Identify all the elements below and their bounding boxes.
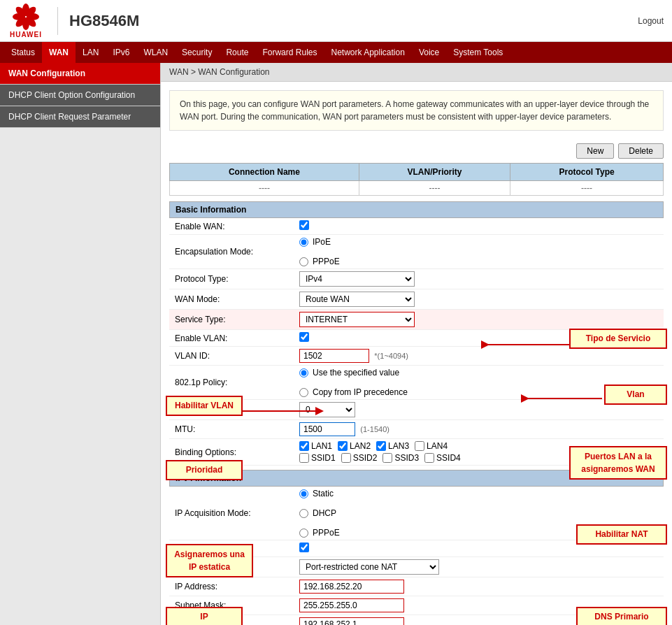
label-mtu: MTU: [169, 420, 295, 439]
form-row-8021p-policy: 802.1p Policy: Use the specified value C… [169, 366, 664, 400]
annotation-asignar-ip: Asignaremos unaIP estatica [166, 544, 253, 577]
checkbox-ssid1[interactable] [299, 453, 309, 463]
annotation-tipo-servicio: Tipo de Servicio [569, 329, 667, 349]
select-wan-mode[interactable]: Route WAN Bridge WAN [299, 292, 415, 307]
input-subnet-mask[interactable] [299, 598, 404, 612]
annotation-habilitar-nat: Habilitar NAT [576, 524, 667, 545]
nav-voice[interactable]: Voice [412, 42, 446, 63]
col-connection-name: Connection Name [170, 164, 359, 181]
delete-button[interactable]: Delete [618, 143, 664, 159]
checkbox-ssid3[interactable] [383, 453, 392, 463]
annotation-dns-primario: DNS Primario [576, 607, 667, 625]
table-row: ---- ---- ---- [170, 181, 664, 196]
form-row-vlan-id: VLAN ID: *(1~4094) [169, 347, 664, 366]
col-protocol-type: Protocol Type [510, 164, 664, 181]
checkbox-lan2[interactable] [338, 441, 348, 451]
logo-text: HUAWEI [10, 31, 42, 38]
info-box: On this page, you can configure WAN port… [169, 90, 664, 131]
checkbox-ssid2[interactable] [341, 453, 351, 463]
label-encapsulation: Encapsulation Mode: [169, 235, 295, 269]
annotation-habilitar-vlan: Habilitar VLAN [166, 396, 243, 416]
wan-table: Connection Name VLAN/Priority Protocol T… [169, 163, 664, 196]
label-wan-mode: WAN Mode: [169, 289, 295, 310]
form-row-protocol-type: Protocol Type: IPv4 IPv6 IPv4/IPv6 [169, 269, 664, 289]
label-ip-acquisition: IP Acquisition Mode: [169, 487, 295, 540]
input-vlan-id[interactable] [299, 349, 369, 363]
new-button[interactable]: New [576, 143, 614, 159]
annotation-vlan: Vlan [604, 385, 667, 405]
label-vlan-id: VLAN ID: [169, 347, 295, 366]
nav-network-app[interactable]: Network Application [324, 42, 411, 63]
binding-lan3-label: LAN3 [376, 441, 409, 451]
label-8021p-policy: 802.1p Policy: [169, 366, 295, 400]
select-8021p[interactable]: 0123 4567 [299, 402, 355, 417]
select-protocol-type[interactable]: IPv4 IPv6 IPv4/IPv6 [299, 271, 415, 287]
nav-lan[interactable]: LAN [76, 42, 106, 63]
form-row-service-type: Service Type: INTERNET TR069 VOIP OTHER [169, 310, 664, 330]
checkbox-enable-wan[interactable] [299, 220, 309, 230]
label-protocol-type: Protocol Type: [169, 269, 295, 289]
nav-forward-rules[interactable]: Forward Rules [255, 42, 324, 63]
radio-pppoe[interactable] [299, 257, 308, 266]
checkbox-lan3[interactable] [376, 441, 386, 451]
checkbox-lan1[interactable] [299, 441, 309, 451]
radio-static-label: Static [299, 489, 659, 498]
radio-specified-label: Use the specified value [299, 368, 659, 378]
checkbox-enable-nat[interactable] [299, 543, 309, 552]
main-nav: Status WAN LAN IPv6 WLAN Security Route … [0, 42, 672, 63]
breadcrumb: WAN > WAN Configuration [161, 63, 672, 82]
binding-lan4-label: LAN4 [415, 441, 448, 451]
annotation-puertos-lan: Puertos LAN a laasignaremos WAN [569, 446, 667, 480]
nav-wlan[interactable]: WLAN [136, 42, 175, 63]
annotation-ip: IP [166, 607, 243, 625]
logout-button[interactable]: Logout [638, 16, 664, 26]
basic-info-header: Basic Information [169, 201, 664, 218]
checkbox-ssid4[interactable] [424, 453, 434, 463]
binding-ssid2-label: SSID2 [341, 453, 378, 463]
sidebar: WAN Configuration DHCP Client Option Con… [0, 63, 161, 625]
binding-ssid3-label: SSID3 [383, 453, 419, 463]
input-mtu[interactable] [299, 422, 355, 436]
radio-pppoe-label: PPPoE [299, 257, 659, 266]
radio-dhcp[interactable] [299, 509, 308, 518]
label-ip-address: IP Address: [169, 577, 295, 596]
nav-route[interactable]: Route [219, 42, 255, 63]
radio-copy-ip[interactable] [299, 388, 308, 397]
binding-ssid1-label: SSID1 [299, 453, 336, 463]
sidebar-item-wan-config[interactable]: WAN Configuration [0, 63, 160, 85]
nav-status[interactable]: Status [4, 42, 42, 63]
radio-ipoe-label: IPoE [299, 237, 659, 247]
select-nat-type[interactable]: Port-restricted cone NAT Full cone NAT R… [299, 559, 439, 575]
binding-lan2-label: LAN2 [338, 441, 371, 451]
sidebar-item-dhcp-option[interactable]: DHCP Client Option Configuration [0, 85, 160, 106]
checkbox-enable-vlan[interactable] [299, 332, 309, 342]
checkbox-lan4[interactable] [415, 441, 424, 451]
nav-ipv6[interactable]: IPv6 [106, 42, 136, 63]
form-row-wan-mode: WAN Mode: Route WAN Bridge WAN [169, 289, 664, 310]
form-row-ip-address: IP Address: [169, 577, 664, 596]
nav-system-tools[interactable]: System Tools [446, 42, 510, 63]
radio-ipoe[interactable] [299, 238, 308, 247]
mtu-hint: (1-1540) [360, 425, 389, 433]
form-row-8021p: 802.1p: 0123 4567 [169, 400, 664, 420]
binding-lan1-label: LAN1 [299, 441, 332, 451]
input-ip-address[interactable] [299, 580, 404, 594]
radio-dhcp-label: DHCP [299, 508, 659, 518]
label-enable-wan: Enable WAN: [169, 218, 295, 235]
sidebar-item-dhcp-request[interactable]: DHCP Client Request Parameter [0, 106, 160, 128]
binding-ssid4-label: SSID4 [424, 453, 461, 463]
huawei-logo [8, 3, 43, 31]
annotation-prioridad: Prioridad [166, 460, 243, 480]
input-default-gateway[interactable] [299, 617, 404, 625]
nav-security[interactable]: Security [175, 42, 219, 63]
nav-wan[interactable]: WAN [42, 42, 76, 63]
radio-static[interactable] [299, 489, 308, 498]
radio-pppoe2[interactable] [299, 529, 308, 538]
form-row-mtu: MTU: (1-1540) [169, 420, 664, 439]
radio-specified-value[interactable] [299, 368, 308, 378]
toolbar: New Delete [161, 139, 672, 163]
brand-title: HG8546M [69, 12, 139, 30]
label-enable-vlan: Enable VLAN: [169, 330, 295, 347]
select-service-type[interactable]: INTERNET TR069 VOIP OTHER [299, 312, 415, 327]
form-row-enable-wan: Enable WAN: [169, 218, 664, 235]
